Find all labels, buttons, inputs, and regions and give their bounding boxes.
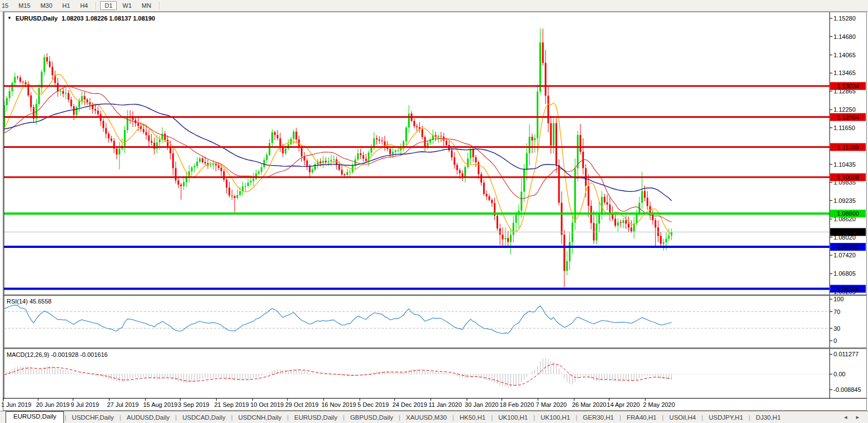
price-badge-1.08800: 1.08800	[830, 210, 866, 217]
svg-text:0.011277: 0.011277	[834, 351, 859, 357]
chart-window-frame	[3, 12, 867, 411]
svg-text:9 Jul 2019: 9 Jul 2019	[71, 401, 99, 408]
svg-text:26 Mar 2020: 26 Mar 2020	[572, 401, 607, 408]
svg-text:3 Sep 2019: 3 Sep 2019	[178, 401, 209, 408]
tab-usoil-h4-13[interactable]: USOil,H4	[664, 413, 701, 422]
moving-averages	[4, 74, 672, 235]
tab-eurusd-daily-5[interactable]: EURUSD,Daily	[289, 413, 342, 422]
svg-text:10 Oct 2019: 10 Oct 2019	[250, 401, 284, 408]
svg-text:2 May 2020: 2 May 2020	[643, 401, 674, 408]
svg-text:1.07420: 1.07420	[834, 252, 856, 258]
symbol-dropdown-icon[interactable]: ▼	[7, 16, 12, 21]
rsi-indicator-label: RSI(14) 45.6558	[7, 298, 52, 305]
tab-usdcad-daily-3[interactable]: USDCAD,Daily	[177, 413, 230, 422]
price-badge-1.08190: 1.08190	[830, 228, 866, 236]
svg-text:1.14065: 1.14065	[834, 52, 856, 58]
svg-text:1.11650: 1.11650	[834, 125, 855, 131]
svg-text:1.10008: 1.10008	[837, 174, 859, 181]
svg-text:5 Dec 2019: 5 Dec 2019	[358, 401, 389, 408]
macd-signal-line	[4, 364, 672, 385]
price-badge-1.13034: 1.13034	[830, 82, 866, 90]
svg-text:1.09235: 1.09235	[834, 197, 856, 204]
macd-pane: 0.0112770.00-0.008845MACD(12,26,9) -0.00…	[4, 351, 861, 392]
svg-text:30: 30	[834, 325, 840, 332]
tab-usdcnh-daily-4[interactable]: USDCNH,Daily	[233, 413, 286, 422]
svg-text:20 Jun 2019: 20 Jun 2019	[36, 401, 70, 408]
price-badge-1.10008: 1.10008	[830, 173, 866, 181]
price-chart-area[interactable]: 1.152801.146801.140651.134651.128651.122…	[0, 0, 868, 423]
svg-text:0.00: 0.00	[834, 371, 845, 377]
svg-text:18 Feb 2020: 18 Feb 2020	[500, 401, 534, 408]
tab-xauusd-m30-7[interactable]: XAUUSD,M30	[401, 413, 452, 422]
svg-text:27 Jul 2019: 27 Jul 2019	[107, 401, 138, 408]
svg-text:1.07697: 1.07697	[837, 243, 859, 250]
rsi-pane: 10070300RSI(14) 45.6558	[4, 296, 844, 344]
svg-text:1.13034: 1.13034	[837, 83, 859, 89]
tabs-scroll-right-icon[interactable]: ▸	[856, 414, 859, 421]
chart-symbol-title: EURUSD,Daily	[16, 15, 58, 22]
timeframe-button-D1[interactable]: D1	[100, 1, 117, 10]
tab-dj30-h1-15[interactable]: DJ30,H1	[751, 413, 786, 422]
svg-text:1.12250: 1.12250	[834, 106, 856, 113]
chart-title-bar: ▼ EURUSD,Daily 1.08203 1.08226 1.08137 1…	[7, 15, 155, 22]
rsi-line	[4, 305, 672, 334]
ma-slow-line	[4, 104, 672, 201]
svg-text:1.08190: 1.08190	[837, 228, 859, 235]
price-badge-1.12004: 1.12004	[830, 113, 866, 121]
toolbar-separator	[159, 2, 160, 9]
price-badge-1.11009: 1.11009	[830, 143, 866, 151]
price-badge-1.06306: 1.06306	[830, 285, 866, 293]
timeframe-button-M15[interactable]: M15	[14, 1, 34, 10]
tab-eurusd-daily-active[interactable]: EURUSD,Daily	[6, 411, 64, 423]
ma-mid-line	[4, 86, 672, 222]
svg-text:100: 100	[834, 296, 844, 302]
svg-text:1.08800: 1.08800	[837, 210, 859, 217]
svg-text:1.14680: 1.14680	[834, 33, 856, 40]
tab-gbpusd-daily-6[interactable]: GBPUSD,Daily	[345, 413, 398, 422]
tab-hk50-h1-8[interactable]: HK50,H1	[455, 413, 491, 422]
svg-text:1.06306: 1.06306	[837, 286, 859, 292]
timeframe-button-W1[interactable]: W1	[118, 1, 136, 10]
chart-ohlc-values: 1.08203 1.08226 1.08137 1.08190	[62, 15, 155, 22]
svg-text:0: 0	[834, 337, 837, 344]
price-badge-1.07697: 1.07697	[830, 243, 866, 251]
svg-text:-0.008845: -0.008845	[834, 386, 861, 393]
svg-text:15 Aug 2019: 15 Aug 2019	[143, 401, 177, 408]
svg-text:16 Nov 2019: 16 Nov 2019	[321, 401, 356, 408]
chart-tab-bar: EURUSD,Daily|USDCHF,Daily|AUDUSD,Daily|U…	[0, 411, 868, 423]
candlestick-series	[3, 28, 672, 287]
svg-text:7 Mar 2020: 7 Mar 2020	[536, 401, 567, 408]
timeframe-button-H1[interactable]: H1	[58, 1, 75, 10]
tab-uk100-h1-9[interactable]: UK100,H1	[493, 413, 533, 422]
date-axis: 1 Jun 201920 Jun 20199 Jul 201927 Jul 20…	[1, 399, 675, 408]
timeframe-button-MN[interactable]: MN	[137, 1, 156, 10]
svg-text:1.11009: 1.11009	[837, 144, 859, 151]
timeframe-button-M30[interactable]: M30	[36, 1, 57, 10]
tab-fra40-h1-12[interactable]: FRA40,H1	[622, 413, 662, 422]
timeframe-button-H4[interactable]: H4	[76, 1, 92, 10]
svg-text:1.15280: 1.15280	[834, 15, 856, 22]
tab-usdjpy-h1-14[interactable]: USDJPY,H1	[704, 413, 748, 422]
svg-text:1.12004: 1.12004	[837, 114, 859, 121]
timeframe-toolbar: 15M15M30H1H4D1W1MN	[0, 0, 868, 12]
svg-text:1 Jun 2019: 1 Jun 2019	[1, 401, 31, 408]
svg-text:14 Apr 2020: 14 Apr 2020	[607, 401, 639, 408]
svg-text:24 Dec 2019: 24 Dec 2019	[393, 401, 427, 408]
price-axis-labels: 1.152801.146801.140651.134651.128651.122…	[830, 15, 856, 295]
svg-text:30 Jan 2020: 30 Jan 2020	[465, 401, 499, 408]
tabs-scroll-left-icon[interactable]: ◂	[844, 414, 847, 421]
tab-audusd-daily-2[interactable]: AUDUSD,Daily	[122, 413, 175, 422]
tab-uk100-h1-10[interactable]: UK100,H1	[535, 413, 575, 422]
svg-text:1.13465: 1.13465	[834, 69, 856, 76]
svg-text:11 Jan 2020: 11 Jan 2020	[429, 401, 462, 408]
timeframe-button-15[interactable]: 15	[1, 1, 13, 10]
toolbar-separator	[96, 2, 97, 9]
svg-text:1.10435: 1.10435	[834, 161, 856, 168]
macd-indicator-label: MACD(12,26,9) -0.001928 -0.001616	[7, 351, 108, 358]
tab-ger30-h1-11[interactable]: GER30,H1	[578, 413, 619, 422]
ma-fast-line	[4, 74, 672, 235]
svg-text:70: 70	[834, 308, 840, 315]
svg-text:21 Sep 2019: 21 Sep 2019	[214, 401, 249, 408]
macd-histogram	[4, 358, 672, 387]
tab-usdchf-daily-1[interactable]: USDCHF,Daily	[67, 413, 118, 422]
